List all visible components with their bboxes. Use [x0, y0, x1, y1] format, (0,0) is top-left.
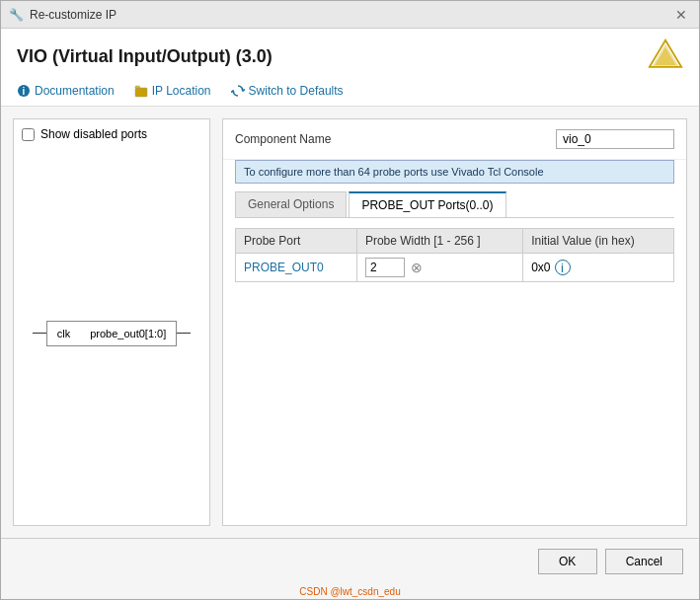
initial-value-cell: 0x0 i [523, 254, 674, 282]
nav-bar: i Documentation IP Location [17, 84, 683, 98]
info-banner: To configure more than 64 probe ports us… [235, 160, 674, 184]
ip-block: clk probe_out0[1:0] [46, 321, 178, 346]
nav-ip-location-label: IP Location [152, 84, 211, 98]
right-panel: Component Name To configure more than 64… [222, 118, 687, 526]
ok-button[interactable]: OK [538, 549, 597, 574]
folder-icon [134, 84, 148, 98]
ip-wrapper: clk probe_out0[1:0] [33, 321, 192, 346]
refresh-icon [231, 84, 245, 98]
initial-value-info-button[interactable]: i [555, 260, 571, 275]
content-area: Show disabled ports clk probe_out0[1:0] [1, 107, 699, 538]
left-panel: Show disabled ports clk probe_out0[1:0] [13, 118, 210, 526]
probe-width-inner: ⊗ [365, 258, 514, 277]
table-header-row: Probe Port Probe Width [1 - 256 ] Initia… [236, 229, 674, 254]
nav-documentation[interactable]: i Documentation [17, 84, 115, 98]
probe-out-line [177, 333, 191, 334]
col-initial-value: Initial Value (in hex) [523, 229, 674, 254]
nav-switch-defaults-label: Switch to Defaults [249, 84, 344, 98]
title-bar-title: Re-customize IP [30, 8, 117, 22]
show-disabled-checkbox[interactable] [22, 128, 35, 141]
title-bar-icon: 🔧 [9, 8, 24, 22]
probe-out-port-label: probe_out0[1:0] [90, 328, 166, 339]
probe-width-cell: ⊗ [356, 254, 522, 282]
vivado-logo [648, 38, 683, 74]
component-name-input[interactable] [556, 129, 674, 149]
table-row: PROBE_OUT0 ⊗ 0x0 i [236, 254, 674, 282]
watermark: CSDN @lwt_csdn_edu [1, 584, 699, 599]
initial-value-text: 0x0 [531, 261, 550, 274]
component-name-row: Component Name [223, 119, 686, 160]
app-title-text: VIO (Virtual Input/Output) (3.0) [17, 46, 272, 67]
nav-documentation-label: Documentation [35, 84, 115, 98]
show-disabled-label: Show disabled ports [40, 127, 147, 141]
svg-text:i: i [23, 86, 26, 97]
dialog: 🔧 Re-customize IP ✕ VIO (Virtual Input/O… [0, 0, 700, 600]
footer: OK Cancel [1, 538, 699, 584]
probe-table-header: Probe Port Probe Width [1 - 256 ] Initia… [236, 229, 674, 254]
cancel-button[interactable]: Cancel [605, 549, 683, 574]
svg-rect-5 [135, 88, 147, 97]
tab-content: Probe Port Probe Width [1 - 256 ] Initia… [223, 218, 686, 525]
ip-block-inner: clk probe_out0[1:0] [57, 328, 167, 339]
close-button[interactable]: ✕ [671, 8, 691, 22]
show-disabled-row: Show disabled ports [22, 127, 201, 141]
clk-line [33, 333, 46, 334]
col-probe-port: Probe Port [236, 229, 357, 254]
probe-width-input[interactable] [365, 258, 405, 277]
nav-switch-defaults[interactable]: Switch to Defaults [231, 84, 344, 98]
info-icon: i [17, 84, 31, 98]
title-bar: 🔧 Re-customize IP ✕ [1, 1, 699, 29]
probe-table-body: PROBE_OUT0 ⊗ 0x0 i [236, 254, 674, 282]
nav-ip-location[interactable]: IP Location [134, 84, 211, 98]
clk-port-label: clk [57, 328, 70, 339]
tab-general-options[interactable]: General Options [235, 191, 347, 217]
clear-width-button[interactable]: ⊗ [409, 260, 425, 275]
component-name-label: Component Name [235, 132, 548, 146]
probe-port-cell: PROBE_OUT0 [236, 254, 357, 282]
header-section: VIO (Virtual Input/Output) (3.0) i Docum… [1, 29, 699, 107]
probe-table: Probe Port Probe Width [1 - 256 ] Initia… [235, 228, 674, 282]
component-diagram: clk probe_out0[1:0] [22, 149, 201, 517]
info-banner-text: To configure more than 64 probe ports us… [244, 166, 544, 178]
app-title-row: VIO (Virtual Input/Output) (3.0) [17, 38, 683, 74]
tabs-container: General Options PROBE_OUT Ports(0..0) [235, 191, 674, 218]
col-probe-width: Probe Width [1 - 256 ] [356, 229, 522, 254]
title-bar-left: 🔧 Re-customize IP [9, 8, 117, 22]
tab-probe-out-ports[interactable]: PROBE_OUT Ports(0..0) [349, 191, 506, 217]
